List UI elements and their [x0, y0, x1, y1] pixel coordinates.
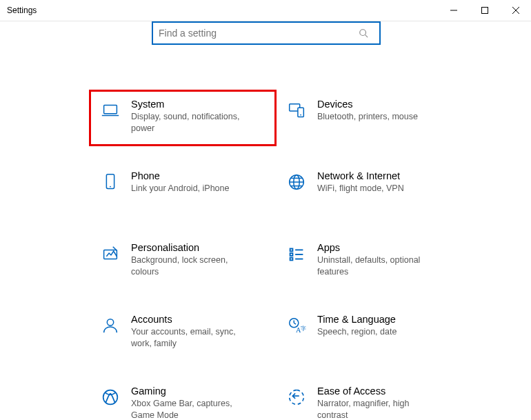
tile-desc: Link your Android, iPhone	[131, 183, 248, 194]
search-input[interactable]	[153, 23, 359, 43]
tile-title: Network & Internet	[317, 170, 457, 181]
settings-home: System Display, sound, notifications, po…	[0, 21, 531, 420]
svg-point-4	[360, 30, 366, 36]
paint-icon	[95, 242, 126, 281]
svg-point-26	[107, 319, 113, 326]
maximize-button[interactable]	[469, 0, 500, 21]
svg-rect-24	[290, 258, 293, 261]
svg-line-29	[294, 323, 296, 324]
ease-icon	[281, 386, 312, 420]
tile-accounts[interactable]: Accounts Your accounts, email, sync, wor…	[90, 306, 276, 361]
tile-time-language[interactable]: A 字 Time & Language Speech, region, date	[276, 306, 462, 361]
tile-title: Devices	[317, 99, 457, 110]
tile-network[interactable]: Network & Internet WiFi, flight mode, VP…	[276, 162, 462, 217]
svg-point-10	[300, 114, 301, 116]
tile-title: Apps	[317, 242, 457, 253]
globe-icon	[281, 170, 312, 209]
laptop-icon	[95, 99, 126, 137]
tile-desc: Bluetooth, printers, mouse	[317, 111, 434, 123]
tile-phone[interactable]: Phone Link your Android, iPhone	[90, 162, 276, 217]
tile-desc: Your accounts, email, sync, work, family	[131, 326, 248, 350]
tile-title: Phone	[131, 170, 270, 181]
minimize-button[interactable]	[438, 0, 469, 21]
svg-rect-22	[290, 253, 293, 256]
tile-desc: Uninstall, defaults, optional features	[317, 254, 434, 278]
search-icon	[359, 28, 379, 38]
tile-title: Gaming	[131, 386, 270, 397]
person-icon	[95, 314, 126, 352]
devices-icon	[281, 99, 312, 137]
tile-desc: Speech, region, date	[317, 326, 434, 338]
settings-grid: System Display, sound, notifications, po…	[90, 90, 510, 420]
phone-icon	[95, 170, 126, 209]
svg-line-5	[365, 35, 368, 38]
search-box[interactable]	[152, 21, 381, 45]
tile-title: Personalisation	[131, 242, 270, 253]
window-controls	[438, 0, 531, 21]
tile-desc: Display, sound, notifications, power	[131, 111, 248, 134]
window-title: Settings	[7, 6, 37, 15]
svg-rect-20	[290, 249, 293, 252]
svg-text:字: 字	[301, 326, 306, 332]
svg-rect-1	[481, 8, 488, 14]
close-button[interactable]	[500, 0, 531, 21]
tile-personalisation[interactable]: Personalisation Background, lock screen,…	[90, 234, 276, 289]
time-language-icon: A 字	[281, 314, 312, 352]
tile-title: System	[131, 99, 270, 110]
tile-desc: Narrator, magnifier, high contrast	[317, 398, 434, 420]
tile-gaming[interactable]: Gaming Xbox Game Bar, captures, Game Mod…	[90, 377, 276, 420]
tile-ease-of-access[interactable]: Ease of Access Narrator, magnifier, high…	[276, 377, 462, 420]
tile-title: Ease of Access	[317, 386, 457, 397]
tile-system[interactable]: System Display, sound, notifications, po…	[90, 90, 276, 146]
tile-devices[interactable]: Devices Bluetooth, printers, mouse	[276, 90, 462, 146]
tile-title: Accounts	[131, 314, 270, 325]
tile-desc: WiFi, flight mode, VPN	[317, 183, 434, 194]
svg-point-12	[110, 186, 111, 188]
tile-apps[interactable]: Apps Uninstall, defaults, optional featu…	[276, 234, 462, 289]
xbox-icon	[95, 386, 126, 420]
svg-rect-6	[104, 106, 117, 114]
tile-title: Time & Language	[317, 314, 457, 325]
tile-desc: Background, lock screen, colours	[131, 254, 248, 278]
list-icon	[281, 242, 312, 281]
titlebar: Settings	[0, 0, 531, 21]
tile-desc: Xbox Game Bar, captures, Game Mode	[131, 398, 248, 420]
